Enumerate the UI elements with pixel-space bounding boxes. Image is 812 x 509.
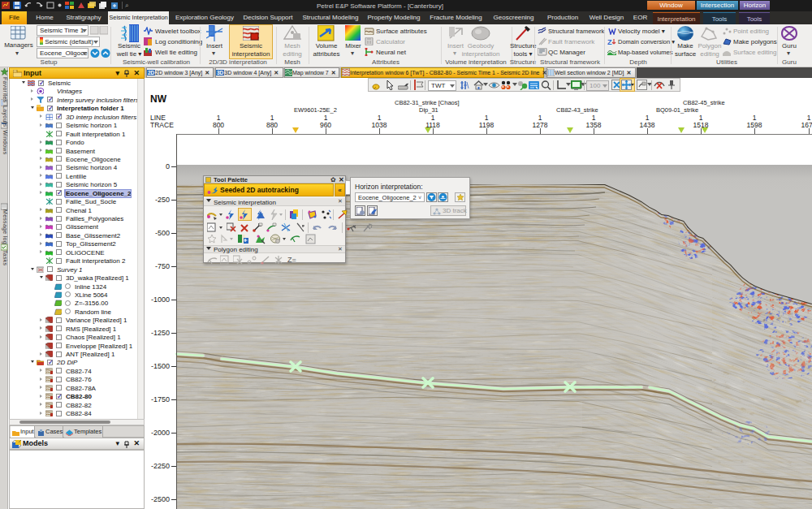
svg-text:Z: Z bbox=[607, 38, 612, 45]
